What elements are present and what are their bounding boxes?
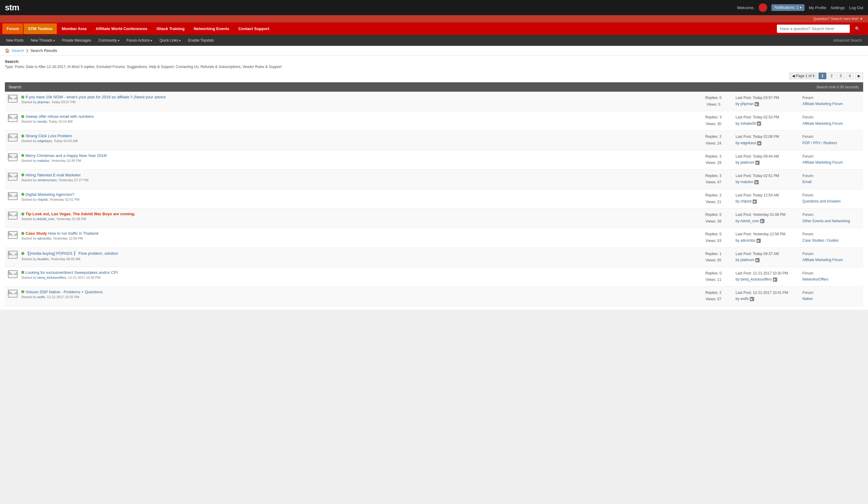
forum-link[interactable]: POP / PPV / Redirect: [803, 141, 837, 145]
thread-icon: [7, 134, 18, 141]
thread-lastpost: Last Post: 12-21-2017 10:30 PM by tareq_…: [733, 270, 800, 283]
my-profile-link[interactable]: My Profile: [809, 6, 826, 10]
nav-search-input[interactable]: [777, 24, 850, 33]
forum-link[interactable]: Other Events and Networking: [803, 219, 850, 223]
go-icon: ▶: [755, 161, 760, 165]
lastpost-author-link[interactable]: platinum: [741, 160, 754, 165]
advanced-search-link[interactable]: Advanced Search: [829, 38, 866, 42]
lastpost-author-link[interactable]: adcombo: [741, 238, 755, 243]
breadcrumb-search-link[interactable]: Search: [12, 48, 24, 53]
thread-lastpost: Last Post: Today 02:53 PM by mihalis09 ▶: [733, 114, 800, 127]
username-avatar: [759, 3, 767, 12]
table-row: Hiring Talented E-mail Marketer Started …: [5, 170, 863, 189]
author-link[interactable]: wolfx: [37, 295, 45, 299]
author-link[interactable]: tareq_kickassoffers: [37, 276, 66, 279]
forum-link[interactable]: Email: [803, 180, 812, 184]
nav-item-toolbox[interactable]: STM Toolbox: [24, 23, 57, 34]
thread-title-link[interactable]: 【[media buying] POPADS 】 Flow problem, s…: [25, 251, 118, 256]
page-next-btn[interactable]: ▶: [855, 73, 863, 79]
results-table: Search: Search took 0.00 seconds. If you…: [5, 82, 863, 306]
nav-item-member[interactable]: Member Area: [58, 23, 91, 34]
sub-nav-new-posts[interactable]: New Posts: [2, 36, 27, 45]
thread-meta: Started by Advidi_com, Yesterday 01:08 P…: [21, 217, 694, 221]
forum-link[interactable]: Affiliate Marketing Forum: [803, 102, 843, 106]
thread-title-link[interactable]: Looking for exclusive/direct Sweepstakes…: [25, 270, 118, 275]
status-dot: [21, 115, 24, 118]
page-btn-1[interactable]: 1: [818, 73, 826, 79]
author-link[interactable]: chipisti: [37, 198, 48, 201]
lastpost-author-link[interactable]: mihalis09: [741, 122, 756, 126]
thread-icon: [7, 290, 18, 297]
sub-nav-private-messages[interactable]: Private Messages: [59, 36, 95, 45]
thread-lastpost: Last Post: Today 09:37 AM by platinum ▶: [733, 251, 800, 263]
author-link[interactable]: matuloo: [37, 159, 49, 162]
lastpost-author-link[interactable]: edgekaos: [741, 141, 756, 145]
thread-title-link[interactable]: Hiring Talented E-mail Marketer: [25, 173, 81, 177]
sub-nav-new-threads[interactable]: New Threads ▾: [27, 36, 58, 45]
lastpost-author-link[interactable]: platinum: [741, 258, 754, 262]
thread-title-link[interactable]: Merry Christmas and a Happy New Year 201…: [25, 153, 107, 158]
page-info-text: Page 1 of 4: [796, 74, 815, 78]
forum-link[interactable]: Questions and Answers: [803, 199, 841, 203]
forum-link[interactable]: Networks/Offers: [803, 277, 828, 282]
status-dot: [21, 135, 24, 138]
thread-title-link[interactable]: Tip Look out, Las Vegas. The Advidi War …: [25, 212, 135, 216]
thread-main: Tip Look out, Las Vegas. The Advidi War …: [21, 212, 694, 221]
forum-link[interactable]: Case Studies / Guides: [803, 238, 838, 243]
thread-meta: Started by phpman, Today 03:57 PM: [21, 100, 694, 104]
forum-link[interactable]: Affiliate Marketing Forum: [803, 122, 843, 126]
go-icon: ▶: [755, 258, 760, 262]
lastpost-author-link[interactable]: wolfx: [741, 297, 748, 301]
nav-item-forum[interactable]: Forum: [2, 23, 23, 34]
table-row: If you have 10k NOW - what's your plan f…: [5, 92, 863, 111]
lastpost-author-link[interactable]: matuloo: [741, 180, 754, 184]
author-link[interactable]: xenterscreen: [37, 178, 57, 182]
author-link[interactable]: edgekaos: [37, 139, 52, 143]
nav-item-contact[interactable]: Contact Support: [234, 23, 273, 34]
author-link[interactable]: Advidi_com: [37, 217, 55, 221]
lastpost-author-link[interactable]: Advidi_com: [740, 219, 759, 223]
mail-icon: [8, 134, 18, 141]
author-link[interactable]: phpman: [37, 100, 50, 104]
author-link[interactable]: adcombo: [37, 237, 51, 240]
author-link[interactable]: rionda: [37, 119, 47, 123]
lastpost-author-link[interactable]: chipisti: [741, 199, 752, 203]
table-row: Voluum DSP Native - Problems + Questions…: [5, 287, 863, 306]
sub-nav-quick-links[interactable]: Quick Links ▾: [156, 36, 184, 45]
question-bar-inner[interactable]: Question? Search here first! ▼: [813, 17, 863, 21]
thread-title-link[interactable]: Voluum DSP Native - Problems + Questions: [25, 290, 103, 294]
settings-link[interactable]: Settings: [831, 6, 845, 10]
thread-title-link[interactable]: Digital Marketing Agencies?: [25, 192, 74, 197]
nav-item-istack[interactable]: iStack Training: [152, 23, 189, 34]
thread-main: Digital Marketing Agencies? Started by c…: [21, 192, 694, 201]
sub-nav-forum-actions[interactable]: Forum Actions ▾: [123, 36, 156, 45]
nav-item-networking[interactable]: Networking Events: [189, 23, 234, 34]
page-btn-2[interactable]: 2: [828, 73, 836, 79]
lastpost-author-link[interactable]: tareq_kickassoffers: [741, 277, 772, 282]
table-row: Looking for exclusive/direct Sweepstakes…: [5, 267, 863, 287]
page-btn-4[interactable]: 4: [846, 73, 854, 79]
forum-link[interactable]: Native: [803, 297, 813, 301]
forum-link[interactable]: Affiliate Marketing Forum: [803, 160, 843, 165]
nav-item-awc[interactable]: Affiliate World Conferences: [91, 23, 152, 34]
thread-title-link[interactable]: Strang Click Loss Problem: [25, 134, 72, 138]
thread-title-link[interactable]: Sweep offer refuse email with numbers: [25, 114, 94, 119]
thread-title-link[interactable]: Case Study How to run traffic in Thailan…: [25, 231, 98, 235]
thread-stats: Replies: 0 Views: 53: [694, 231, 733, 244]
notifications-button[interactable]: Notifications: 1 ▾: [772, 4, 805, 11]
thread-meta: Started by lixuebin, Yesterday 08:05 AM: [21, 257, 694, 261]
table-row: Digital Marketing Agencies? Started by c…: [5, 189, 863, 209]
sub-nav-enable-topstats[interactable]: Enable Topstats: [184, 36, 217, 45]
forum-link[interactable]: Affiliate Marketing Forum: [803, 258, 843, 262]
thread-title-link[interactable]: If you have 10k NOW - what's your plan f…: [25, 95, 166, 99]
thread-main: Hiring Talented E-mail Marketer Started …: [21, 173, 694, 182]
mail-icon: [8, 270, 18, 278]
sub-nav-community[interactable]: Community ▾: [95, 36, 123, 45]
mail-icon: [8, 212, 18, 220]
lastpost-author-link[interactable]: phpman: [741, 102, 754, 106]
nav-search-button[interactable]: 🔍: [851, 24, 863, 33]
thread-forum: Forum: Questions and Answers: [800, 192, 861, 204]
author-link[interactable]: lixuebin: [37, 257, 49, 261]
logout-link[interactable]: Log Out: [849, 6, 863, 10]
page-btn-3[interactable]: 3: [837, 73, 845, 79]
